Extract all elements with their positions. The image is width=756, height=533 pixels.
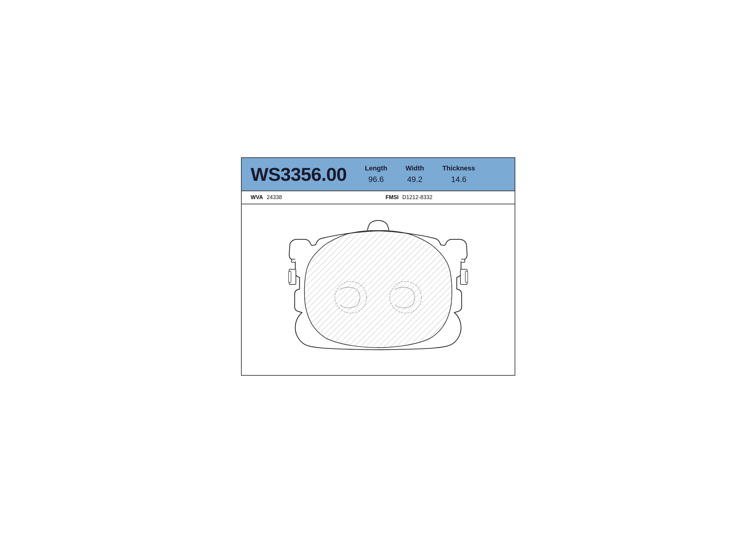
part-number: WS3356.00: [251, 163, 347, 185]
wva-value: 24338: [267, 194, 282, 201]
svg-rect-2: [288, 271, 291, 282]
dim-width-value: 49.2: [407, 175, 423, 184]
fmsi-value: D1212-8332: [402, 194, 432, 201]
wva-label: WVA: [251, 194, 263, 201]
svg-rect-4: [465, 271, 468, 282]
dim-thickness-value: 14.6: [451, 175, 467, 184]
dim-length: Length 96.6: [365, 164, 387, 184]
dim-thickness-label: Thickness: [443, 164, 475, 172]
product-card: WS3356.00 Length 96.6 Width 49.2 Thickne…: [241, 157, 515, 376]
fmsi-item: FMSI D1212-8332: [386, 194, 432, 201]
header: WS3356.00 Length 96.6 Width 49.2 Thickne…: [242, 158, 515, 191]
diagram-area: [242, 204, 515, 375]
meta-row: WVA 24338 FMSI D1212-8332: [242, 191, 515, 204]
fmsi-label: FMSI: [386, 194, 398, 201]
wva-item: WVA 24338: [251, 194, 282, 201]
dim-width: Width 49.2: [406, 164, 424, 184]
dim-length-label: Length: [365, 164, 387, 172]
brake-pad-diagram: [259, 212, 497, 364]
dim-thickness: Thickness 14.6: [443, 164, 475, 184]
dim-width-label: Width: [406, 164, 424, 172]
dim-length-value: 96.6: [368, 175, 384, 184]
dimensions: Length 96.6 Width 49.2 Thickness 14.6: [365, 164, 475, 184]
